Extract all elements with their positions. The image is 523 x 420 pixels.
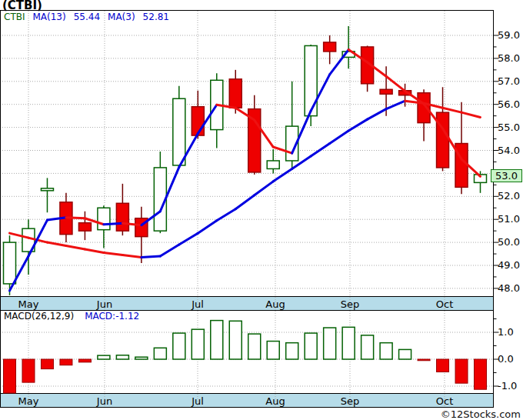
stock-chart-page: (CTBI) CTBI MA(13) 55.44 MA(3) 52.81 MAC… (0, 0, 523, 420)
month-band-rect (1, 394, 494, 408)
month-label: Jul (175, 298, 221, 310)
price-axis-label: 49.0 (498, 259, 520, 271)
price-axis-label: 58.0 (498, 52, 520, 64)
candle-body (41, 188, 53, 191)
candle-body (437, 112, 449, 168)
macd-bar-negative (60, 359, 72, 365)
price-axis-label: 54.0 (498, 145, 520, 156)
macd-bar-negative (437, 359, 449, 372)
candle-body (192, 107, 204, 135)
candle-body (324, 42, 336, 52)
legend-ma3-value: 52.81 (143, 12, 169, 22)
current-price-marker: 53.0 (491, 169, 522, 182)
month-label: Jul (175, 395, 221, 407)
macd-bar-positive (116, 355, 128, 359)
chart-canvas (0, 0, 523, 420)
price-axis-label: 57.0 (498, 75, 520, 87)
macd-bar-negative (475, 359, 487, 389)
month-label: May (5, 395, 52, 407)
macd-bar-positive (399, 349, 411, 359)
price-axis-label: 52.0 (498, 190, 520, 202)
month-label: Aug (252, 395, 298, 407)
month-label: Jun (82, 298, 128, 310)
month-label: Aug (252, 298, 298, 310)
page-title: (CTBI) (2, 0, 42, 12)
macd-bar-negative (41, 359, 53, 369)
legend-ma13-value: 55.44 (74, 12, 100, 22)
ma13-segment (142, 256, 160, 257)
price-axis-label: 51.0 (498, 213, 520, 225)
price-panel-bg (0, 11, 494, 297)
price-axis-label: 50.0 (498, 236, 520, 248)
macd-bar-negative (455, 359, 468, 383)
macd-bar-negative (4, 359, 16, 393)
month-label: Oct (421, 395, 468, 407)
candle-body (116, 203, 128, 231)
price-axis-label: 48.0 (498, 282, 520, 294)
macd-indicator-label: MACD(26,12,9) (4, 311, 74, 322)
macd-bar-positive (173, 333, 185, 359)
macd-bar-positive (267, 342, 279, 359)
ma3-segment (66, 218, 85, 218)
month-label: Sep (327, 395, 373, 407)
price-axis-label: 59.0 (498, 29, 520, 41)
macd-bar-positive (135, 357, 148, 359)
candle-body (98, 208, 110, 229)
macd-bar-positive (154, 348, 166, 359)
macd-bar-positive (98, 355, 110, 359)
macd-bar-positive (286, 343, 298, 359)
macd-bar-negative (22, 359, 35, 382)
macd-bar-negative (78, 359, 91, 362)
macd-axis-label: 1.0 (498, 326, 514, 338)
macd-axis-label: 0.0 (498, 353, 514, 365)
watermark-link[interactable]: ©12Stocks.com (441, 408, 521, 420)
candle-body (380, 89, 392, 94)
macd-bar-negative (418, 359, 430, 361)
candle-body (305, 45, 317, 115)
price-axis-label: 55.0 (498, 122, 520, 133)
macd-bar-positive (229, 321, 242, 359)
month-label: Jun (82, 395, 128, 407)
month-band-rect (1, 297, 494, 311)
candle-body (78, 223, 91, 231)
month-label: Oct (421, 298, 468, 310)
candle-body (267, 161, 279, 168)
ma3-segment (104, 223, 122, 224)
macd-bar-positive (324, 328, 336, 359)
macd-bar-positive (305, 333, 317, 359)
macd-header: MACD(26,12,9) MACD:-1.12 (4, 311, 139, 322)
legend-ma13-label: MA(13) (32, 12, 65, 22)
macd-bar-positive (361, 335, 374, 359)
candle-body (4, 242, 16, 284)
macd-bar-positive (380, 343, 392, 359)
legend-ma3-label: MA(3) (108, 12, 135, 22)
macd-axis-label: -1.0 (498, 380, 517, 392)
chart-legend: CTBI MA(13) 55.44 MA(3) 52.81 (4, 12, 169, 22)
candle-body (229, 79, 242, 108)
month-label: May (5, 298, 52, 310)
macd-bar-positive (192, 329, 204, 359)
month-label: Sep (327, 298, 373, 310)
candle-body (173, 98, 185, 165)
macd-panel-bg (0, 311, 494, 394)
price-axis-label: 56.0 (498, 98, 520, 110)
legend-symbol: CTBI (4, 12, 25, 22)
macd-reading: MACD:-1.12 (85, 311, 139, 322)
macd-bar-positive (248, 334, 261, 359)
macd-bar-positive (211, 321, 223, 359)
macd-bar-positive (342, 327, 355, 359)
